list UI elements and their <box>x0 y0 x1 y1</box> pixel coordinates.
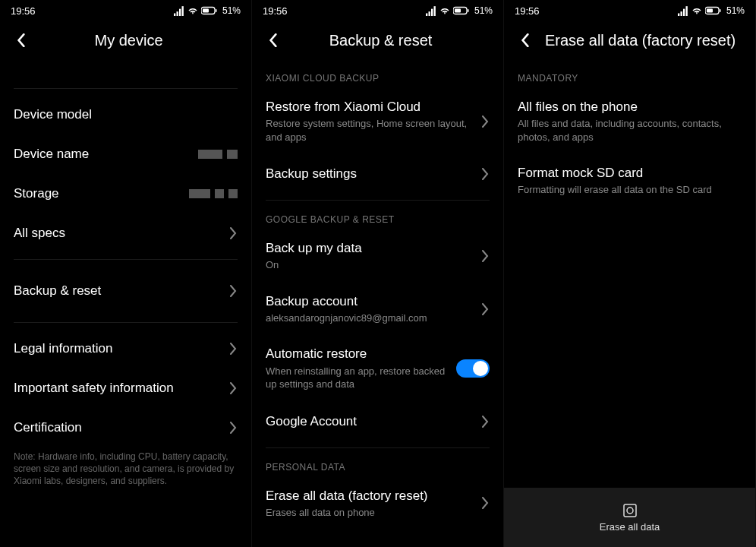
row-label: Device model <box>14 106 238 123</box>
battery-percent: 51% <box>726 5 745 16</box>
chevron-right-icon <box>482 303 490 315</box>
wifi-icon <box>691 5 702 16</box>
row-format-sd[interactable]: Format mock SD card Formatting will eras… <box>518 154 742 207</box>
row-restore-xiaomi-cloud[interactable]: Restore from Xiaomi Cloud Restore system… <box>266 88 490 154</box>
divider <box>14 322 238 323</box>
row-label: Device name <box>14 146 198 163</box>
row-all-files[interactable]: All files on the phone All files and dat… <box>518 88 742 154</box>
chevron-left-icon <box>17 33 26 47</box>
row-backup-reset[interactable]: Backup & reset <box>14 266 238 316</box>
screen-erase-all-data: 19:56 51% Erase all data (factory reset)… <box>504 0 756 547</box>
row-storage[interactable]: Storage <box>14 174 238 213</box>
status-time: 19:56 <box>11 5 174 17</box>
row-sub: On <box>266 258 482 272</box>
row-label: Google Account <box>266 413 482 430</box>
row-all-specs[interactable]: All specs <box>14 213 238 253</box>
battery-icon <box>453 5 470 16</box>
signal-icon <box>174 5 184 16</box>
row-label: All files on the phone <box>518 99 742 115</box>
screen-my-device: 19:56 51% My device Device model Device … <box>0 0 252 547</box>
divider <box>14 88 238 89</box>
divider <box>14 259 238 260</box>
battery-icon <box>201 5 218 16</box>
chevron-left-icon <box>269 33 278 47</box>
wifi-icon <box>187 5 198 16</box>
row-sub: Erases all data on phone <box>266 506 482 520</box>
page-title: Erase all data (factory reset) <box>545 32 745 49</box>
toggle-automatic-restore[interactable] <box>456 359 490 378</box>
row-automatic-restore: Automatic restore When reinstalling an a… <box>266 335 490 401</box>
status-time: 19:56 <box>263 5 426 17</box>
page-title: My device <box>38 32 219 49</box>
status-time: 19:56 <box>515 5 678 17</box>
row-label: Back up my data <box>266 240 482 257</box>
row-backup-my-data[interactable]: Back up my data On <box>266 229 490 283</box>
signal-icon <box>426 5 436 16</box>
row-sub: Formatting will erase all data on the SD… <box>518 183 742 197</box>
row-google-account[interactable]: Google Account <box>266 402 490 441</box>
section-header-personal: PERSONAL DATA <box>266 462 490 473</box>
row-certification[interactable]: Certification <box>14 408 238 447</box>
row-device-name[interactable]: Device name <box>14 134 238 174</box>
status-bar: 19:56 51% <box>504 0 755 21</box>
redacted-value <box>189 189 238 198</box>
row-sub: aleksandarognjanovic89@gmail.com <box>266 311 482 325</box>
row-label: Storage <box>14 185 189 202</box>
divider <box>266 200 490 201</box>
header: My device <box>0 21 251 59</box>
back-button[interactable] <box>11 30 32 51</box>
row-label: Format mock SD card <box>518 165 742 182</box>
row-sub: All files and data, including accounts, … <box>518 117 742 144</box>
row-safety[interactable]: Important safety information <box>14 368 238 408</box>
row-label: All specs <box>14 225 230 242</box>
back-button[interactable] <box>263 30 284 51</box>
row-backup-settings[interactable]: Backup settings <box>266 154 490 194</box>
header: Backup & reset <box>252 21 503 59</box>
wifi-icon <box>439 5 450 16</box>
chevron-right-icon <box>482 115 490 128</box>
chevron-right-icon <box>230 343 238 355</box>
signal-icon <box>678 5 688 16</box>
screen-backup-reset: 19:56 51% Backup & reset XIAOMI CLOUD BA… <box>252 0 504 547</box>
row-label: Restore from Xiaomi Cloud <box>266 99 482 115</box>
section-header-mandatory: MANDATORY <box>518 73 742 84</box>
row-sub: Restore system settings, Home screen lay… <box>266 117 482 144</box>
chevron-right-icon <box>230 227 238 239</box>
chevron-left-icon <box>521 33 530 47</box>
chevron-right-icon <box>230 285 238 297</box>
chevron-right-icon <box>230 382 238 394</box>
page-title: Backup & reset <box>290 32 471 49</box>
section-header-xiaomi: XIAOMI CLOUD BACKUP <box>266 73 490 84</box>
row-label: Certification <box>14 419 230 436</box>
status-bar: 19:56 51% <box>252 0 503 21</box>
status-bar: 19:56 51% <box>0 0 251 21</box>
footnote: Note: Hardware info, including CPU, batt… <box>14 451 238 488</box>
row-label: Backup & reset <box>14 283 230 299</box>
row-erase-all-data[interactable]: Erase all data (factory reset) Erases al… <box>266 477 490 530</box>
battery-icon <box>705 5 722 16</box>
chevron-right-icon <box>482 168 490 180</box>
header: Erase all data (factory reset) <box>504 21 755 59</box>
chevron-right-icon <box>482 416 490 428</box>
divider <box>266 447 490 448</box>
row-label: Backup account <box>266 293 482 310</box>
section-header-google: GOOGLE BACKUP & RESET <box>266 214 490 225</box>
row-label: Backup settings <box>266 166 482 182</box>
erase-icon <box>622 503 638 518</box>
chevron-right-icon <box>230 422 238 434</box>
row-label: Erase all data (factory reset) <box>266 488 482 504</box>
row-sub: When reinstalling an app, restore backed… <box>266 365 456 391</box>
row-label: Automatic restore <box>266 346 456 362</box>
back-button[interactable] <box>515 30 536 51</box>
row-label: Legal information <box>14 340 230 357</box>
row-label: Important safety information <box>14 380 230 397</box>
row-legal[interactable]: Legal information <box>14 329 238 368</box>
chevron-right-icon <box>482 250 490 262</box>
battery-percent: 51% <box>222 5 241 16</box>
row-device-model[interactable]: Device model <box>14 95 238 134</box>
erase-button-label: Erase all data <box>600 521 660 533</box>
erase-all-data-button[interactable]: Erase all data <box>504 488 755 547</box>
row-backup-account[interactable]: Backup account aleksandarognjanovic89@gm… <box>266 283 490 336</box>
battery-percent: 51% <box>474 5 493 16</box>
chevron-right-icon <box>482 497 490 509</box>
